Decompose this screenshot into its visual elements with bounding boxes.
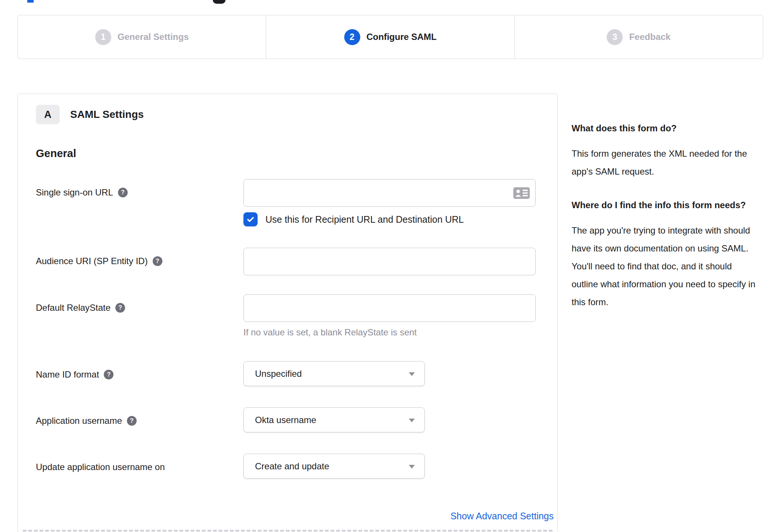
field-row-audience-uri: Audience URI (SP Entity ID) ? (36, 248, 539, 275)
question-mark-icon[interactable]: ? (115, 303, 125, 313)
cutoff-blue-fragment (27, 0, 34, 3)
field-label: Name ID format (36, 369, 99, 380)
question-mark-icon[interactable]: ? (127, 416, 137, 426)
step-feedback[interactable]: 3 Feedback (514, 15, 763, 59)
section-header: A SAML Settings (36, 105, 539, 124)
section-title: SAML Settings (70, 109, 144, 121)
step-configure-saml[interactable]: 2 Configure SAML (266, 15, 514, 59)
chevron-down-icon (409, 372, 415, 376)
update-application-username-select[interactable]: Create and update (243, 454, 425, 479)
select-value: Create and update (255, 461, 329, 472)
audience-uri-input[interactable] (243, 248, 536, 275)
chevron-down-icon (409, 465, 415, 469)
field-label: Single sign-on URL (36, 187, 113, 198)
section-badge: A (36, 105, 60, 124)
single-sign-on-url-input[interactable] (243, 179, 536, 207)
help-sidebar: What does this form do? This form genera… (572, 120, 760, 328)
name-id-format-select[interactable]: Unspecified (243, 361, 425, 386)
field-row-name-id-format: Name ID format ? Unspecified (36, 361, 539, 386)
help-heading: What does this form do? (572, 120, 760, 137)
field-row-application-username: Application username ? Okta username (36, 407, 539, 432)
recipient-url-checkbox-row: Use this for Recipient URL and Destinati… (243, 212, 539, 227)
cutoff-logo-fragment (213, 0, 225, 4)
saml-settings-panel: A SAML Settings General Single sign-on U… (18, 94, 558, 532)
field-label: Audience URI (SP Entity ID) (36, 256, 148, 266)
step-number-badge: 3 (607, 29, 623, 45)
step-general-settings[interactable]: 1 General Settings (18, 15, 266, 59)
contact-card-icon (513, 187, 530, 199)
step-label: Feedback (629, 32, 670, 42)
checkbox-label: Use this for Recipient URL and Destinati… (265, 214, 464, 225)
question-mark-icon[interactable]: ? (118, 188, 128, 197)
relaystate-helper-text: If no value is set, a blank RelayState i… (243, 327, 539, 338)
step-label: General Settings (118, 32, 189, 42)
step-label: Configure SAML (367, 32, 437, 42)
help-body: This form generates the XML needed for t… (572, 145, 760, 181)
field-row-update-application-username: Update application username on Create an… (36, 454, 539, 479)
field-label: Default RelayState (36, 303, 111, 313)
field-row-default-relaystate: Default RelayState ? If no value is set,… (36, 294, 539, 338)
show-advanced-settings-link[interactable]: Show Advanced Settings (450, 511, 554, 521)
field-label: Update application username on (36, 462, 165, 472)
select-value: Unspecified (255, 369, 302, 379)
section-dashed-divider (23, 530, 553, 532)
help-heading: Where do I find the info this form needs… (572, 197, 760, 213)
field-row-single-sign-on-url: Single sign-on URL ? (36, 179, 539, 227)
help-body: The app you're trying to integrate with … (572, 222, 760, 311)
step-number-badge: 1 (95, 29, 111, 45)
group-title-general: General (36, 147, 539, 160)
question-mark-icon[interactable]: ? (153, 256, 162, 266)
select-value: Okta username (255, 415, 316, 425)
default-relaystate-input[interactable] (243, 294, 536, 322)
recipient-url-checkbox[interactable] (243, 212, 258, 226)
field-label: Application username (36, 416, 122, 426)
question-mark-icon[interactable]: ? (104, 370, 113, 379)
chevron-down-icon (409, 419, 415, 422)
application-username-select[interactable]: Okta username (243, 407, 425, 432)
step-number-badge: 2 (344, 29, 360, 45)
checkmark-icon (246, 215, 255, 224)
wizard-stepper: 1 General Settings 2 Configure SAML 3 Fe… (18, 15, 763, 59)
